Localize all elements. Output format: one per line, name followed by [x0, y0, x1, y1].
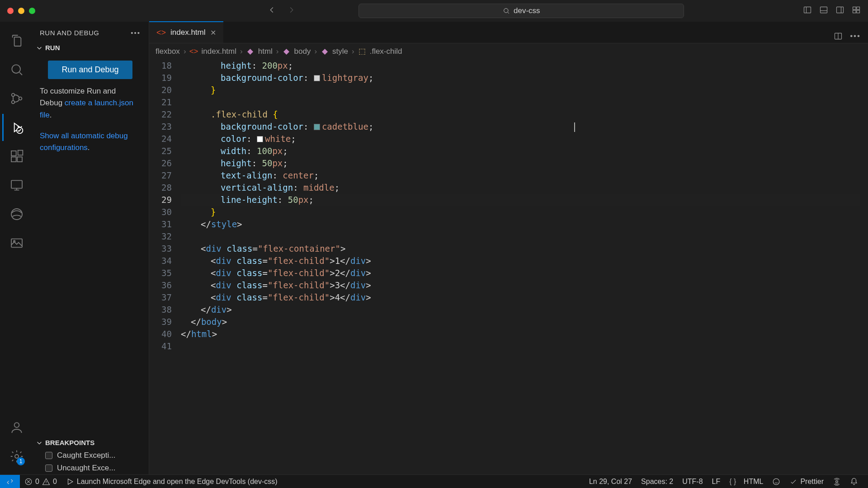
svg-rect-16: [17, 157, 22, 162]
show-configs-text: Show all automatic debug configurations.: [40, 130, 141, 154]
customize-layout-icon[interactable]: [852, 5, 861, 17]
svg-rect-1: [804, 7, 811, 13]
svg-rect-3: [836, 7, 843, 13]
svg-rect-14: [11, 151, 16, 156]
chevron-right-icon: ›: [240, 47, 243, 56]
bc-style[interactable]: style: [332, 47, 348, 56]
command-center[interactable]: dev-css: [359, 4, 684, 18]
bp-uncaught-checkbox[interactable]: [45, 465, 52, 472]
svg-point-8: [12, 65, 20, 73]
status-bar: 0 0 Launch Microsoft Edge and open the E…: [0, 474, 868, 488]
bc-flex-child[interactable]: .flex-child: [370, 47, 402, 56]
split-editor-icon[interactable]: [834, 32, 843, 43]
titlebar: dev-css: [0, 0, 868, 22]
chevron-right-icon: ›: [276, 47, 279, 56]
nav-arrows: [267, 5, 297, 17]
svg-point-11: [19, 97, 22, 100]
svg-rect-2: [820, 7, 827, 13]
chevron-down-icon: [36, 440, 42, 446]
svg-point-27: [836, 480, 838, 483]
sidebar-title: RUN AND DEBUG: [40, 29, 99, 37]
bc-html[interactable]: html: [258, 47, 273, 56]
breakpoints-title: BREAKPOINTS: [45, 439, 94, 446]
extensions-tab[interactable]: [2, 143, 29, 170]
gallery-tab[interactable]: [2, 230, 29, 257]
run-section-content: Run and Debug To customize Run and Debug…: [32, 54, 149, 158]
run-and-debug-button[interactable]: Run and Debug: [48, 61, 132, 79]
status-launch-config[interactable]: Launch Microsoft Edge and open the Edge …: [61, 478, 282, 486]
close-tab-icon[interactable]: ✕: [210, 28, 216, 37]
status-encoding[interactable]: UTF-8: [678, 478, 707, 486]
status-prettier[interactable]: Prettier: [785, 478, 828, 486]
symbol-icon: ◆: [283, 47, 291, 56]
bp-uncaught-exceptions[interactable]: Uncaught Exce...: [32, 462, 149, 474]
svg-rect-18: [11, 180, 22, 188]
breadcrumb[interactable]: flexbox › <> index.html › ◆ html › ◆ bod…: [149, 43, 868, 60]
bc-file[interactable]: index.html: [202, 47, 236, 56]
status-eol[interactable]: LF: [708, 478, 725, 486]
chevron-down-icon: [36, 45, 42, 51]
customize-text: To customize Run and Debug create a laun…: [40, 85, 141, 121]
window-controls: [7, 8, 35, 14]
breakpoints-header[interactable]: BREAKPOINTS: [32, 436, 149, 449]
code-editor[interactable]: 1819202122232425262728293031323334353637…: [149, 60, 868, 474]
run-section-header[interactable]: RUN: [32, 41, 149, 54]
code-content[interactable]: height: 200px;background-color: lightgra…: [181, 60, 860, 474]
html-file-icon: <>: [156, 28, 166, 38]
svg-rect-6: [853, 10, 856, 13]
svg-point-23: [15, 455, 19, 458]
toggle-panel-icon[interactable]: [819, 5, 828, 17]
accounts-tab[interactable]: [2, 414, 29, 441]
editor-area: <> index.html ✕ ••• flexbox › <> index.h…: [149, 22, 868, 474]
svg-point-21: [13, 240, 14, 242]
edge-tools-tab[interactable]: [2, 201, 29, 228]
status-problems[interactable]: 0 0: [20, 478, 61, 486]
run-debug-tab[interactable]: [2, 114, 29, 141]
remote-explorer-tab[interactable]: [2, 172, 29, 199]
svg-rect-5: [857, 7, 860, 9]
svg-rect-15: [11, 157, 16, 162]
status-language[interactable]: { } HTML: [725, 478, 768, 486]
sidebar-more-icon[interactable]: •••: [131, 29, 141, 37]
editor-more-icon[interactable]: •••: [850, 32, 861, 43]
bc-folder[interactable]: flexbox: [156, 47, 180, 56]
status-live-icon[interactable]: [828, 478, 845, 486]
titlebar-layout-controls: [803, 5, 861, 17]
toggle-secondary-sidebar-icon[interactable]: [835, 5, 844, 17]
source-control-tab[interactable]: [2, 85, 29, 112]
show-debug-configs-link[interactable]: Show all automatic debug configurations: [40, 131, 128, 152]
status-feedback-icon[interactable]: [768, 478, 785, 486]
chevron-right-icon: ›: [184, 47, 186, 56]
maximize-window[interactable]: [29, 8, 35, 14]
settings-tab[interactable]: 1: [2, 443, 29, 470]
toggle-primary-sidebar-icon[interactable]: [803, 5, 812, 17]
remote-indicator[interactable]: [0, 475, 20, 488]
search-tab[interactable]: [2, 56, 29, 83]
text-cursor: [574, 122, 575, 132]
run-section-title: RUN: [45, 44, 60, 52]
css-class-icon: ⬚: [358, 47, 366, 56]
status-indent[interactable]: Spaces: 2: [637, 478, 678, 486]
bc-body[interactable]: body: [294, 47, 311, 56]
overview-ruler[interactable]: [860, 60, 868, 474]
activity-bar: 1: [0, 22, 32, 474]
editor-tabs: <> index.html ✕ •••: [149, 22, 868, 43]
status-bell-icon[interactable]: [845, 478, 863, 486]
html-file-icon: <>: [190, 47, 198, 56]
nav-forward[interactable]: [287, 5, 297, 17]
svg-point-26: [774, 479, 780, 485]
close-window[interactable]: [7, 8, 14, 14]
line-numbers: 1819202122232425262728293031323334353637…: [149, 60, 181, 474]
symbol-icon: ◆: [321, 47, 329, 56]
svg-point-10: [11, 101, 14, 104]
bp-caught-checkbox[interactable]: [45, 452, 52, 459]
explorer-tab[interactable]: [2, 27, 29, 54]
minimize-window[interactable]: [18, 8, 24, 14]
sidebar: RUN AND DEBUG ••• RUN Run and Debug To c…: [32, 22, 149, 474]
tab-index-html[interactable]: <> index.html ✕: [149, 21, 223, 43]
bp-caught-exceptions[interactable]: Caught Excepti...: [32, 449, 149, 462]
main-layout: 1 RUN AND DEBUG ••• RUN Run and Debug To…: [0, 22, 868, 474]
svg-point-22: [14, 422, 19, 427]
status-line-col[interactable]: Ln 29, Col 27: [585, 478, 637, 486]
nav-back[interactable]: [267, 5, 277, 17]
